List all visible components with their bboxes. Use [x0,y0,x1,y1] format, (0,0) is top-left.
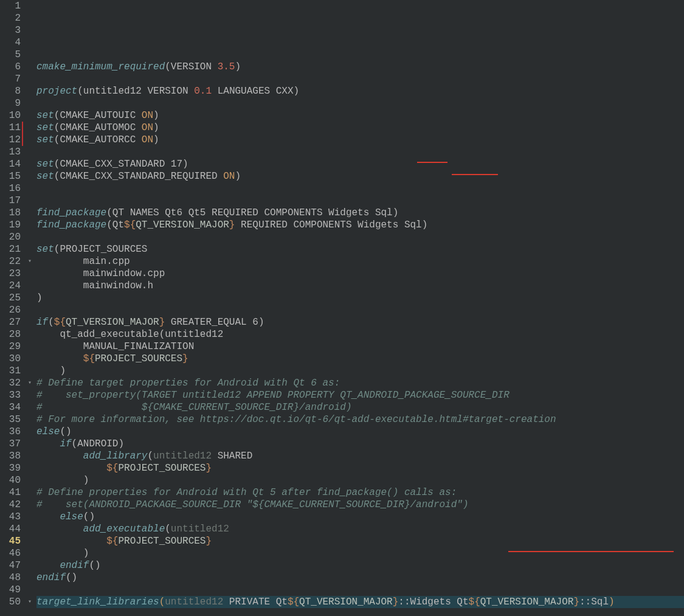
code-line[interactable]: set(PROJECT_SOURCES [36,243,684,255]
code-token: add_library [83,451,148,462]
code-line[interactable] [36,231,684,243]
fold-slot [26,328,34,341]
code-line[interactable]: # For more information, see https://doc.… [36,414,684,426]
code-area[interactable]: cmake_minimum_required(VERSION 3.5)proje… [34,0,684,616]
code-line[interactable]: # set_property(TARGET untitled12 APPEND … [36,389,684,401]
line-number: 26 [0,304,21,316]
code-line[interactable]: ) [36,547,684,559]
code-line[interactable]: endif() [36,572,684,584]
fold-slot [26,341,34,353]
code-token [36,463,106,474]
code-line[interactable] [36,195,684,207]
code-token: PROJECT_SOURCES [60,244,147,255]
fold-slot [26,535,34,547]
code-line[interactable]: main.cpp [36,255,684,268]
code-line[interactable]: mainwindow.h [36,280,684,292]
code-token: set [36,159,54,170]
code-token: 3.5 [218,61,235,72]
code-line[interactable]: # ${CMAKE_CURRENT_SOURCE_DIR}/android) [36,401,684,414]
fold-slot [26,547,34,559]
code-line[interactable]: ) [36,365,684,377]
code-line[interactable]: set(CMAKE_CXX_STANDARD_REQUIRED ON) [36,170,684,182]
code-token: ( [165,61,171,72]
fold-toggle-icon[interactable]: ▾ [26,377,34,389]
code-line[interactable]: if(ANDROID) [36,438,684,450]
line-number: 1 [0,0,21,12]
code-token: untitled12 [153,451,212,462]
code-token: ::Sql [579,597,609,607]
code-line[interactable]: add_executable(untitled12 [36,523,684,535]
fold-slot [26,158,34,170]
code-line[interactable] [36,73,684,85]
line-number: 47 [0,559,21,572]
code-token: ${ [54,317,66,328]
code-editor[interactable]: 1234567891011121314151617181920212223242… [0,0,684,616]
code-token: CMAKE_CXX_STANDARD_REQUIRED [60,171,223,182]
code-token: QT NAMES Qt6 Qt5 REQUIRED COMPONENTS Wid… [112,207,393,218]
code-token: () [83,511,95,522]
code-token: QT_VERSION_MAJOR [66,317,159,328]
fold-slot [26,243,34,255]
annotation-underline [417,162,447,163]
line-number: 42 [0,499,21,511]
code-token: ) [182,159,188,170]
code-token: ) [609,597,615,607]
fold-slot [26,97,34,109]
line-number: 31 [0,365,21,377]
fold-slot [26,146,34,158]
code-line[interactable]: find_package(Qt${QT_VERSION_MAJOR} REQUI… [36,219,684,231]
code-line[interactable]: endif() [36,559,684,572]
code-token: ${ [469,597,480,607]
code-line[interactable]: mainwindow.cpp [36,268,684,280]
code-line[interactable]: ) [36,474,684,486]
code-line[interactable]: set(CMAKE_AUTOUIC ON) [36,109,684,122]
code-line[interactable]: MANUAL_FINALIZATION [36,341,684,353]
code-line[interactable]: set(CMAKE_CXX_STANDARD 17) [36,158,684,170]
code-line[interactable]: ${PROJECT_SOURCES} [36,535,684,547]
line-number: 35 [0,414,21,426]
code-line[interactable]: project(untitled12 VERSION 0.1 LANGUAGES… [36,85,684,97]
code-line[interactable]: ${PROJECT_SOURCES} [36,462,684,474]
code-token: ( [54,171,60,182]
code-line[interactable] [36,584,684,596]
code-line[interactable]: qt_add_executable(untitled12 [36,328,684,341]
code-token: ( [54,244,60,255]
code-token: LANGUAGES CXX [212,86,293,97]
code-token: PROJECT_SOURCES [118,536,206,547]
code-token: Qt [112,220,124,230]
code-line[interactable]: if(${QT_VERSION_MAJOR} GREATER_EQUAL 6) [36,316,684,328]
code-line[interactable] [36,304,684,316]
annotation-underline [508,551,674,552]
fold-toggle-icon[interactable]: ▾ [26,596,34,608]
line-number: 27 [0,316,21,328]
code-token [36,256,83,267]
code-line[interactable]: ${PROJECT_SOURCES} [36,353,684,365]
code-line[interactable]: else() [36,511,684,523]
fold-toggle-icon[interactable]: ▾ [26,255,34,268]
code-line[interactable] [36,97,684,109]
code-line[interactable]: ) [36,292,684,304]
code-line[interactable]: find_package(QT NAMES Qt6 Qt5 REQUIRED C… [36,207,684,219]
code-line[interactable]: set(CMAKE_AUTOMOC ON) [36,122,684,134]
code-line[interactable] [36,608,684,616]
annotation-underline [452,174,498,175]
code-line[interactable]: add_library(untitled12 SHARED [36,450,684,462]
line-number: 5 [0,49,21,61]
code-token: MANUAL_FINALIZATION [83,341,194,352]
code-line[interactable]: target_link_libraries(untitled12 PRIVATE… [36,596,684,608]
code-token: ) [83,548,89,559]
code-line[interactable]: # set(ANDROID_PACKAGE_SOURCE_DIR "${CMAK… [36,499,684,511]
code-token: ) [83,475,89,486]
code-token: set [36,134,54,145]
code-token: # For more information, see https://doc.… [36,414,556,425]
code-token: PRIVATE Qt [223,597,288,607]
code-line[interactable] [36,182,684,195]
code-line[interactable]: cmake_minimum_required(VERSION 3.5) [36,61,684,73]
fold-column[interactable]: ▾▾▾ [26,0,34,616]
code-line[interactable]: else() [36,426,684,438]
code-line[interactable]: set(CMAKE_AUTORCC ON) [36,134,684,146]
code-token: ${ [106,536,118,547]
code-line[interactable] [36,146,684,158]
code-line[interactable]: # Define target properties for Android w… [36,377,684,389]
code-line[interactable]: # Define properties for Android with Qt … [36,486,684,499]
